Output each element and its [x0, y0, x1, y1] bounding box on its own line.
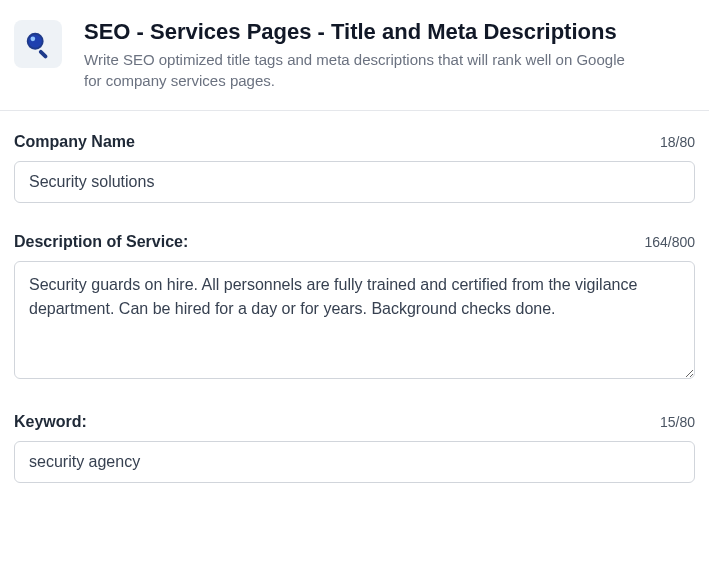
description-counter: 164/800 [644, 234, 695, 250]
field-header: Keyword: 15/80 [14, 413, 695, 431]
page-subtitle: Write SEO optimized title tags and meta … [84, 49, 644, 93]
description-label: Description of Service: [14, 233, 188, 251]
magnifier-icon [23, 29, 53, 59]
company-name-input[interactable] [14, 161, 695, 203]
company-name-field: Company Name 18/80 [14, 133, 695, 203]
description-input[interactable] [14, 261, 695, 379]
magnifier-icon-box [14, 20, 62, 68]
company-name-counter: 18/80 [660, 134, 695, 150]
keyword-input[interactable] [14, 441, 695, 483]
company-name-label: Company Name [14, 133, 135, 151]
keyword-label: Keyword: [14, 413, 87, 431]
field-header: Description of Service: 164/800 [14, 233, 695, 251]
svg-point-0 [28, 34, 43, 49]
page-title: SEO - Services Pages - Title and Meta De… [84, 18, 695, 47]
keyword-field: Keyword: 15/80 [14, 413, 695, 483]
keyword-counter: 15/80 [660, 414, 695, 430]
field-header: Company Name 18/80 [14, 133, 695, 151]
page-header: SEO - Services Pages - Title and Meta De… [0, 0, 709, 111]
description-field: Description of Service: 164/800 [14, 233, 695, 383]
svg-point-1 [31, 37, 36, 42]
header-text: SEO - Services Pages - Title and Meta De… [84, 18, 695, 92]
form-area: Company Name 18/80 Description of Servic… [0, 111, 709, 483]
svg-rect-2 [38, 49, 48, 59]
